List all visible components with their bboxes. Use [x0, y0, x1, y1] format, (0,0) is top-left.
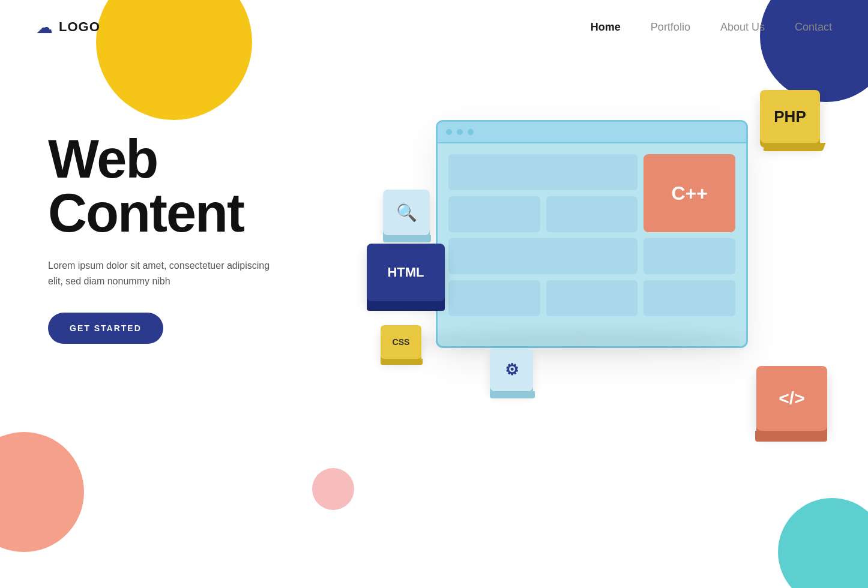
- nav-portfolio[interactable]: Portfolio: [651, 21, 690, 34]
- browser-block-4: [643, 238, 735, 274]
- badge-php: PHP: [760, 90, 820, 143]
- navigation: Home Portfolio About Us Contact: [591, 21, 832, 34]
- badge-gear: ⚙: [490, 348, 533, 391]
- browser-dot-1: [446, 129, 452, 135]
- nav-about-us[interactable]: About Us: [720, 21, 765, 34]
- badge-code: </>: [756, 366, 827, 431]
- browser-dot-3: [468, 129, 474, 135]
- badge-search: 🔍: [383, 190, 430, 235]
- search-icon: 🔍: [396, 203, 417, 223]
- browser-block-2: [448, 196, 540, 232]
- get-started-button[interactable]: GET STARTED: [48, 313, 163, 344]
- hero-illustration: C++ PHP HTML CSS </> 🔍 ⚙: [364, 72, 832, 480]
- badge-css: CSS: [381, 325, 421, 359]
- browser-block-7: [643, 280, 735, 316]
- browser-window: C++: [436, 120, 748, 348]
- gear-icon: ⚙: [505, 361, 519, 379]
- browser-content: C++: [438, 143, 746, 327]
- nav-contact[interactable]: Contact: [795, 21, 832, 34]
- hero-title: Web Content: [48, 132, 276, 240]
- decoration-circle-pink: [312, 468, 354, 510]
- logo-icon: ☁: [36, 17, 53, 37]
- hero-title-line1: Web: [48, 129, 157, 189]
- browser-block-6: [546, 280, 638, 316]
- hero-content: Web Content Lorem ipsum dolor sit amet, …: [48, 132, 276, 344]
- browser-block-3: [546, 196, 638, 232]
- decoration-circle-salmon: [0, 432, 84, 552]
- badge-html: HTML: [367, 244, 445, 301]
- decoration-circle-teal: [778, 498, 868, 588]
- browser-block-wide-1: [448, 154, 637, 190]
- nav-home[interactable]: Home: [591, 21, 621, 34]
- browser-shadow: [412, 330, 748, 354]
- browser-block-5: [448, 280, 540, 316]
- browser-block-cpp: C++: [643, 154, 735, 232]
- logo: ☁ LOGO: [36, 17, 100, 37]
- header: ☁ LOGO Home Portfolio About Us Contact: [0, 0, 868, 54]
- logo-text: LOGO: [59, 19, 100, 35]
- hero-description: Lorem ipsum dolor sit amet, consectetuer…: [48, 258, 276, 289]
- hero-title-line2: Content: [48, 183, 244, 243]
- browser-block-wide-2: [448, 238, 637, 274]
- browser-toolbar: [438, 122, 746, 143]
- browser-dot-2: [457, 129, 463, 135]
